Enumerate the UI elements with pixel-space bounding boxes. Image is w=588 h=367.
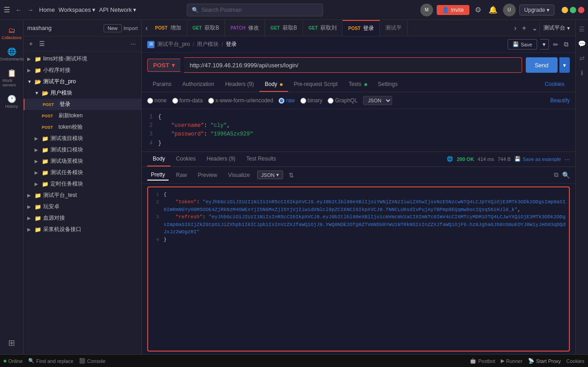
tab-tests[interactable]: Tests: [343, 77, 372, 92]
right-panel-4-button[interactable]: ℹ: [579, 67, 585, 78]
list-item[interactable]: ▶ 📁 血源对接: [24, 212, 141, 224]
edit-button[interactable]: ✏: [552, 39, 560, 50]
tab-authorization[interactable]: Authorization: [177, 77, 219, 92]
tab-item[interactable]: GET 获取刘: [303, 20, 343, 36]
tab-item-active[interactable]: POST 登录: [343, 20, 380, 36]
back-button[interactable]: ←: [14, 5, 24, 15]
sidebar-item-flows[interactable]: ⊞: [1, 335, 23, 351]
right-panel-1-button[interactable]: ☰: [577, 24, 587, 35]
list-item[interactable]: ▶ 📁 定时任务模块: [24, 178, 141, 190]
list-item[interactable]: ▶ 📁 lims对接-测试环境: [24, 53, 141, 65]
list-item[interactable]: ▶ 📁 采浆机设备接口: [24, 224, 141, 235]
list-item[interactable]: ▶ 📁 测试项目模块: [24, 133, 141, 144]
workspace-selector[interactable]: 测试平台 ▾: [539, 20, 573, 36]
beautify-button[interactable]: Beautify: [550, 97, 570, 104]
response-more-button[interactable]: ···: [564, 156, 570, 163]
list-item[interactable]: ▶ 📁 测试任务模块: [24, 167, 141, 178]
tab-dropdown-button[interactable]: ⌄: [530, 22, 539, 34]
breadcrumb-item[interactable]: 登录: [226, 40, 237, 48]
breadcrumb-item[interactable]: 测试平台_pro: [157, 40, 190, 48]
postbot-button[interactable]: 🤖 Postbot: [470, 358, 495, 364]
resp-tab-headers[interactable]: Headers (9): [201, 152, 241, 166]
find-replace-button[interactable]: 🔍 Find and replace: [28, 358, 74, 364]
url-input[interactable]: [184, 57, 522, 73]
start-proxy-button[interactable]: 📡 Start Proxy: [528, 358, 561, 364]
radio-urlencoded[interactable]: x-www-form-urlencoded: [208, 97, 273, 104]
tab-pre-request[interactable]: Pre-request Script: [288, 77, 343, 92]
tab-headers[interactable]: Headers (9): [219, 77, 259, 92]
forward-button[interactable]: →: [25, 5, 35, 15]
upgrade-button[interactable]: Upgrade ▾: [519, 5, 554, 15]
request-body-editor[interactable]: 1 { 2 "username": "cly", 3 "password": "…: [142, 109, 575, 151]
workspaces-button[interactable]: Workspaces ▾: [59, 6, 95, 13]
cookies-button[interactable]: Cookies: [566, 358, 584, 364]
maximize-button[interactable]: [570, 7, 576, 13]
body-type-select[interactable]: JSON: [363, 96, 392, 105]
sidebar-item-mock[interactable]: 📋 Mock servers: [1, 66, 23, 90]
list-item[interactable]: POST 刷新token: [24, 110, 141, 121]
new-button[interactable]: New: [104, 24, 122, 32]
tab-item[interactable]: GET 获取B: [265, 20, 303, 36]
resp-tab-test-results[interactable]: Test Results: [241, 152, 281, 166]
copy-button[interactable]: ⧉: [563, 39, 570, 50]
resp-tab-body[interactable]: Body: [147, 152, 170, 166]
radio-form-data[interactable]: form-data: [172, 97, 203, 104]
resp-view-visualize[interactable]: Visualize: [224, 170, 254, 180]
tab-params[interactable]: Params: [147, 77, 177, 92]
resp-tab-cookies[interactable]: Cookies: [170, 152, 201, 166]
json-type-select[interactable]: JSON ▾: [257, 171, 283, 179]
list-item[interactable]: ▼ 📂 用户模块: [24, 87, 141, 99]
tab-item[interactable]: GET 获取B: [187, 20, 225, 36]
tab-item[interactable]: POST 增加: [149, 20, 187, 36]
more-options-button[interactable]: ···: [129, 38, 138, 49]
radio-none[interactable]: none: [147, 97, 167, 104]
add-collection-button[interactable]: +: [27, 38, 35, 49]
list-item[interactable]: POST 登录: [24, 99, 141, 110]
right-panel-2-button[interactable]: 💬: [576, 38, 588, 49]
hamburger-icon[interactable]: ☰: [4, 5, 10, 14]
list-item[interactable]: ▶ 📁 测试接口模块: [24, 144, 141, 156]
search-bar[interactable]: 🔍 Search Postman: [187, 4, 323, 16]
runner-button[interactable]: ▶ Runner: [501, 358, 523, 364]
import-button[interactable]: Import: [124, 25, 138, 31]
sort-button[interactable]: ☰: [37, 38, 47, 49]
radio-raw[interactable]: raw: [279, 97, 294, 104]
list-item[interactable]: ▶ 📁 测试场景模块: [24, 156, 141, 167]
list-item[interactable]: ▶ 📁 小程序对接: [24, 65, 141, 76]
cookies-link[interactable]: Cookies: [539, 77, 570, 92]
invite-button[interactable]: 👤 Invite: [437, 5, 469, 15]
sidebar-item-environments[interactable]: 🌐 Environments: [1, 45, 23, 64]
resp-view-pretty[interactable]: Pretty: [147, 170, 169, 181]
home-link[interactable]: Home: [39, 6, 55, 13]
resp-view-preview[interactable]: Preview: [194, 170, 221, 180]
online-status[interactable]: Online: [4, 358, 23, 364]
resp-view-raw[interactable]: Raw: [172, 170, 190, 180]
api-network-button[interactable]: API Network ▾: [99, 6, 136, 13]
sidebar-item-collections[interactable]: 🗂 Collections: [1, 24, 23, 43]
console-button[interactable]: ⬛ Console: [79, 358, 105, 364]
right-panel-3-button[interactable]: ⇄: [578, 53, 587, 64]
method-select[interactable]: POST ▾: [147, 59, 180, 72]
prev-tab-button[interactable]: ‹: [144, 22, 149, 34]
tab-item[interactable]: 测试平: [380, 20, 408, 36]
tab-body[interactable]: Body: [259, 77, 289, 92]
new-tab-button[interactable]: +: [520, 22, 528, 34]
list-item[interactable]: ▶ 📁 测试平台_test: [24, 190, 141, 201]
settings-button[interactable]: ⚙: [473, 4, 483, 16]
send-dropdown-button[interactable]: ▾: [559, 57, 570, 73]
tab-item[interactable]: PATCH 修改: [225, 20, 265, 36]
close-button[interactable]: [578, 7, 584, 13]
minimize-button[interactable]: [562, 7, 568, 13]
tab-settings[interactable]: Settings: [373, 77, 403, 92]
send-button[interactable]: Send: [526, 57, 558, 73]
list-item[interactable]: ▼ 📂 测试平台_pro: [24, 76, 141, 87]
sidebar-item-history[interactable]: 🕐 History: [1, 92, 23, 111]
list-item[interactable]: POST token校验: [24, 121, 141, 133]
notifications-button[interactable]: 🔔: [487, 4, 499, 16]
list-item[interactable]: ▶ 📁 玩安卓: [24, 201, 141, 212]
save-button[interactable]: 💾 Save: [508, 39, 537, 50]
save-example-button[interactable]: 💾 Save as example: [514, 156, 561, 162]
breadcrumb-item[interactable]: 用户模块: [197, 40, 219, 48]
radio-graphql[interactable]: GraphQL: [328, 97, 357, 104]
save-dropdown-button[interactable]: ▾: [540, 39, 549, 50]
